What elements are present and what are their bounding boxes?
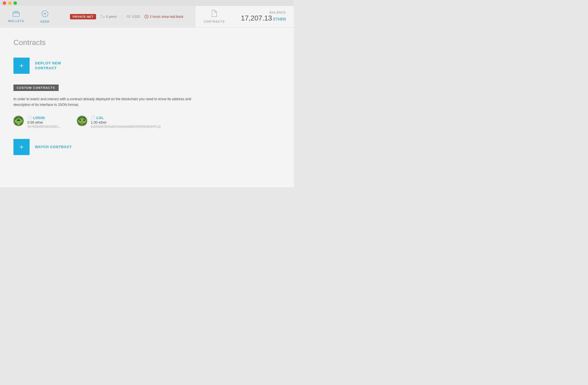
main-content: Contracts + DEPLOY NEWCONTRACT CUSTOM CO… — [0, 27, 294, 187]
watch-contract-button[interactable]: + — [13, 139, 30, 155]
peers-status: 0 peers — [100, 15, 117, 19]
contract-item[interactable]: 📄 LOGIN 0.00 ether 0xf7B06365E9012592c..… — [13, 116, 61, 128]
svg-rect-28 — [81, 122, 83, 123]
doc-icon: 📄 — [27, 116, 32, 120]
balance-label: BALANCE — [270, 11, 286, 14]
svg-rect-22 — [84, 118, 86, 120]
contract-name: LOGIN — [33, 116, 45, 120]
svg-rect-0 — [13, 12, 19, 16]
contract-name-row: 📄 LOGIN — [27, 116, 61, 120]
avatar — [77, 116, 87, 126]
contract-balance: 0.00 ether — [27, 120, 61, 124]
svg-rect-16 — [20, 123, 23, 125]
deploy-contract-card: + DEPLOY NEWCONTRACT — [13, 58, 281, 74]
svg-rect-21 — [78, 118, 79, 120]
svg-rect-24 — [78, 120, 86, 122]
avatar — [13, 116, 24, 126]
contract-address: 0xf7B06365E9012592c... — [27, 125, 61, 128]
contract-name: LOL — [97, 116, 104, 120]
status-area: PRIVATE-NET 0 peers | 3,520 2 — [58, 6, 196, 27]
svg-rect-7 — [16, 117, 17, 118]
custom-contracts-header: CUSTOM CONTRACTS — [13, 85, 59, 91]
contracts-list: 📄 LOGIN 0.00 ether 0xf7B06365E9012592c..… — [13, 116, 281, 128]
page-title: Contracts — [13, 38, 281, 47]
wallets-nav[interactable]: WALLETS — [0, 6, 32, 27]
minimize-button[interactable] — [8, 1, 12, 5]
svg-rect-29 — [78, 123, 81, 125]
doc-icon: 📄 — [91, 116, 95, 120]
watch-contract-card: + WATCH CONTRACT — [13, 139, 281, 155]
last-block-text: 2 hours since last block — [150, 15, 183, 19]
wallets-label: WALLETS — [8, 19, 24, 23]
wallets-icon — [13, 11, 20, 18]
svg-rect-14 — [17, 120, 20, 121]
svg-rect-4 — [128, 15, 129, 17]
contracts-nav[interactable]: CONTRACTS — [196, 6, 233, 27]
send-label: SEND — [40, 20, 50, 23]
contracts-icon — [211, 10, 217, 19]
svg-rect-8 — [20, 117, 21, 118]
svg-rect-15 — [15, 123, 17, 125]
titlebar — [0, 0, 294, 6]
contracts-label: CONTRACTS — [204, 20, 225, 23]
blocks-status: 3,520 — [126, 15, 140, 19]
peers-count: 0 peers — [106, 15, 117, 19]
svg-rect-9 — [15, 118, 16, 120]
balance-currency: ETHER — [273, 17, 286, 21]
svg-rect-23 — [79, 118, 84, 120]
network-badge: PRIVATE-NET — [70, 14, 96, 19]
last-block-status: 2 hours since last block — [144, 15, 183, 19]
send-icon — [41, 10, 48, 19]
svg-rect-17 — [17, 123, 20, 125]
send-nav[interactable]: SEND — [32, 6, 58, 27]
contract-details: 📄 LOL 1.00 ether 0x2059d5264Ea6554bb4ea6… — [91, 116, 161, 128]
contract-name-row: 📄 LOL — [91, 116, 161, 120]
svg-rect-19 — [79, 117, 81, 118]
contract-balance: 1.00 ether — [91, 120, 161, 124]
maximize-button[interactable] — [13, 1, 17, 5]
svg-rect-20 — [83, 117, 84, 118]
status-divider: | — [121, 15, 122, 19]
contract-item[interactable]: 📄 LOL 1.00 ether 0x2059d5264Ea6554bb4ea6… — [77, 116, 161, 128]
svg-rect-11 — [16, 118, 21, 120]
custom-contracts-description: In order to watch and interact with a co… — [13, 96, 196, 108]
deploy-contract-button[interactable]: + — [13, 58, 30, 74]
svg-rect-27 — [83, 120, 84, 121]
balance-value: 17,207.13 — [241, 14, 272, 22]
header: WALLETS SEND PRIVATE-NET 0 peers | — [0, 6, 294, 27]
custom-contracts-section: CUSTOM CONTRACTS In order to watch and i… — [13, 85, 281, 155]
deploy-contract-label: DEPLOY NEWCONTRACT — [35, 61, 61, 71]
svg-rect-10 — [21, 118, 23, 120]
blocks-count: 3,520 — [132, 15, 140, 19]
contract-details: 📄 LOGIN 0.00 ether 0xf7B06365E9012592c..… — [27, 116, 61, 128]
svg-rect-13 — [16, 122, 21, 123]
balance-area: BALANCE 17,207.13 ETHER — [233, 6, 294, 27]
watch-contract-label: WATCH CONTRACT — [35, 145, 72, 149]
balance-display: 17,207.13 ETHER — [241, 14, 286, 22]
svg-rect-30 — [83, 123, 86, 125]
contract-address: 0x2059d5264Ea6554bb4ea669A032Df08cB0A472… — [91, 125, 161, 128]
close-button[interactable] — [3, 1, 6, 5]
svg-rect-26 — [79, 120, 81, 121]
